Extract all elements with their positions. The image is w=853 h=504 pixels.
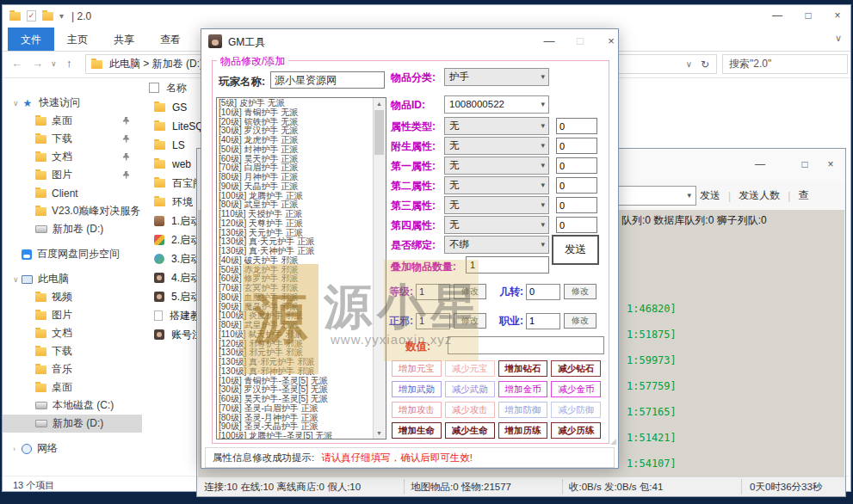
currency-button[interactable]: 减少元宝	[445, 360, 495, 377]
currency-button[interactable]: 增加元宝	[392, 360, 442, 377]
field-select[interactable]: 无 ▾	[444, 196, 549, 214]
currency-button[interactable]: 减少金币	[551, 381, 601, 397]
item-list-row[interactable]: [130级] 天元护手 正派	[219, 229, 373, 238]
stat-input[interactable]	[416, 284, 450, 300]
currency-button[interactable]: 增加历练	[498, 422, 548, 439]
item-list-row[interactable]: [70级] 白眉护手 正派	[219, 163, 373, 173]
item-list-row[interactable]: [130级] 邪元护手 邪派	[219, 348, 373, 358]
scroll-down-icon[interactable]: ▼	[374, 427, 385, 439]
item-list-row[interactable]: [80级] 武皇护手 正派	[219, 200, 373, 210]
currency-button[interactable]: 减少武勋	[445, 381, 495, 397]
item-list-row[interactable]: [80级] 圣灵-月神护手 正派	[219, 414, 373, 423]
sidebar-item[interactable]: 文档	[3, 324, 142, 342]
field-number-input[interactable]	[556, 138, 597, 154]
minimize-button[interactable]: —	[765, 5, 789, 26]
item-list-row[interactable]: [130级] 真·天元护手 正派	[219, 237, 373, 247]
ribbon-collapse-icon[interactable]: ∨	[835, 33, 842, 44]
item-list-row[interactable]: [100级] 龙腾护手 正派	[219, 192, 373, 201]
item-list-row[interactable]: [70级] 玄冥护手 邪派	[219, 284, 373, 293]
stack-count-input[interactable]	[466, 256, 549, 274]
item-list-row[interactable]: [10级] 青铜护手-圣灵[5] 无派	[219, 377, 373, 386]
stat-input[interactable]	[416, 313, 450, 329]
currency-button[interactable]: 增加攻击	[392, 402, 442, 418]
field-number-input[interactable]	[556, 217, 597, 233]
item-list-row[interactable]: [110级] 天授护手 正派	[219, 210, 373, 219]
sidebar-item[interactable]: V23.0巅峰对决服务	[3, 202, 142, 220]
item-list-row[interactable]: [100级] 龙腾护手-圣灵[5] 无派	[219, 432, 373, 439]
field-select[interactable]: 无 ▾	[444, 157, 549, 175]
player-name-input[interactable]	[270, 71, 385, 89]
send-item-button[interactable]: 发送	[552, 235, 599, 265]
refresh-icon[interactable]: ↻	[701, 58, 709, 71]
sidebar-item[interactable]: 音乐	[3, 360, 142, 378]
sidebar-item[interactable]: 图片	[3, 306, 142, 324]
tab-file[interactable]: 文件	[8, 28, 54, 51]
currency-button[interactable]: 增加生命	[392, 422, 442, 439]
item-list-row[interactable]: [20级] 镔铁护手 无派	[219, 118, 373, 127]
stat-input[interactable]	[526, 284, 560, 300]
field-number-input[interactable]	[556, 197, 597, 213]
select-all-checkbox[interactable]	[149, 83, 159, 93]
item-list-row[interactable]: [50级] 封神护手 正派	[219, 145, 373, 155]
sidebar-item[interactable]: Client	[3, 184, 142, 202]
item-list-row[interactable]: [30级] 罗汉护手-圣灵[5] 无派	[219, 385, 373, 395]
sidebar-item[interactable]: 图片	[3, 166, 142, 184]
close-button[interactable]: ×	[599, 29, 623, 52]
breadcrumb[interactable]: 此电脑 > 新加卷 (D:)	[109, 57, 203, 71]
item-list-row[interactable]: [70级] 圣灵-白眉护手 正派	[219, 404, 373, 414]
item-list-row[interactable]: [80级] 月神护手 正派	[219, 173, 373, 182]
sidebar-item[interactable]: 百度网盘同步空间	[3, 245, 142, 263]
item-list-row[interactable]: [40级] 破天护手 邪派	[219, 256, 373, 266]
currency-button[interactable]: 减少攻击	[445, 402, 495, 418]
currency-button[interactable]: 增加武勋	[392, 381, 442, 397]
sidebar-item[interactable]: 下载	[3, 342, 142, 360]
currency-button[interactable]: 增加防御	[498, 402, 548, 418]
resize-grip[interactable]: ◢	[610, 437, 616, 446]
sidebar-item[interactable]: ∨ 此电脑	[3, 270, 142, 288]
modify-button[interactable]: 修改	[564, 284, 596, 299]
search-input[interactable]: 搜索"2.0"	[722, 54, 848, 74]
item-list-row[interactable]: [130级] 真·天神护手 正派	[219, 247, 373, 256]
modify-button[interactable]: 修改	[564, 313, 596, 329]
back-icon[interactable]: ←	[11, 57, 22, 70]
item-list-row[interactable]: [110级] 弑天护手 邪派	[219, 330, 373, 340]
checkdoc-icon[interactable]	[27, 10, 36, 22]
item-list-row[interactable]: [60级] 昊天护手-圣灵[5] 无派	[219, 395, 373, 404]
currency-button[interactable]: 减少钻石	[551, 360, 601, 377]
modify-button[interactable]: 修改	[454, 313, 486, 329]
forward-icon[interactable]: →	[32, 57, 43, 70]
item-list-row[interactable]: [40级] 龙虎护手 正派	[219, 136, 373, 145]
sidebar-item[interactable]: 新加卷 (D:)	[3, 415, 142, 433]
sidebar-item[interactable]: 文档	[3, 148, 142, 166]
item-listbox[interactable]: [5级] 皮护手 无派[10级] 青铜护手 无派[20级] 镔铁护手 无派[30…	[216, 97, 386, 439]
sidebar-item[interactable]: 桌面	[3, 378, 142, 396]
tab-share[interactable]: 共享	[101, 28, 147, 51]
field-select[interactable]: 无 ▾	[444, 137, 549, 155]
sidebar-item[interactable]: 下载	[3, 130, 142, 148]
field-number-input[interactable]	[556, 177, 597, 194]
minimize-button[interactable]: —	[748, 154, 772, 175]
item-list-row[interactable]: [10级] 青铜护手 无派	[219, 108, 373, 118]
field-select[interactable]: 无 ▾	[444, 216, 549, 234]
up-icon[interactable]: ↑	[66, 57, 72, 70]
send-button[interactable]: 发送	[700, 188, 720, 203]
sidebar-item[interactable]: › 网络	[3, 439, 142, 458]
send-count-button[interactable]: 发送人数	[739, 188, 780, 203]
field-select[interactable]: 不绑 ▾	[444, 236, 549, 254]
currency-button[interactable]: 增加金币	[498, 381, 548, 397]
sidebar-item[interactable]: 本地磁盘 (C:)	[3, 396, 142, 415]
item-list-row[interactable]: [90级] 魔晶护手 邪派	[219, 303, 373, 312]
query-button[interactable]: 查	[798, 188, 808, 203]
expand-icon[interactable]: ∨	[13, 275, 22, 284]
maximize-button[interactable]: □	[796, 5, 820, 26]
expand-icon[interactable]: ∨	[13, 99, 22, 108]
currency-button[interactable]: 减少防御	[551, 402, 601, 418]
scrollbar-thumb[interactable]	[374, 110, 384, 155]
close-button[interactable]: ×	[825, 5, 850, 26]
close-button[interactable]: ×	[819, 154, 843, 175]
item-list-row[interactable]: [5级] 皮护手 无派	[219, 99, 373, 108]
chevron-down-icon[interactable]: ▾	[59, 11, 64, 21]
item-list-row[interactable]: [30级] 罗汉护手 无派	[219, 126, 373, 136]
chevron-down-icon[interactable]: ∨	[686, 59, 692, 69]
item-list-row[interactable]: [120级] 邪尊护手 邪派	[219, 340, 373, 349]
